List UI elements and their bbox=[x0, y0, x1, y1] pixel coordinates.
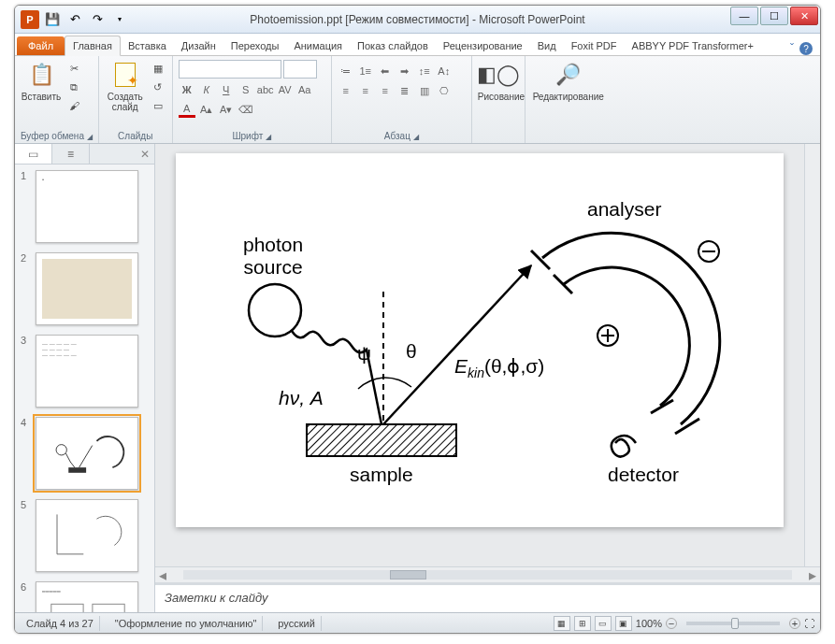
editing-button[interactable]: 🔎 Редактирование bbox=[531, 60, 606, 102]
bullets-icon[interactable]: ≔ bbox=[338, 63, 354, 79]
close-button[interactable]: ✕ bbox=[790, 7, 818, 25]
redo-icon[interactable]: ↷ bbox=[88, 10, 107, 29]
numbering-icon[interactable]: 1≡ bbox=[357, 63, 374, 79]
bold-icon[interactable]: Ж bbox=[179, 81, 195, 98]
font-color-icon[interactable]: A bbox=[179, 101, 195, 118]
editing-label: Редактирование bbox=[531, 92, 606, 102]
shrink-font-icon[interactable]: A▾ bbox=[218, 101, 235, 118]
indent-dec-icon[interactable]: ⬅ bbox=[377, 63, 394, 79]
label-ekin: Ekin(θ,ϕ,σ) bbox=[454, 355, 544, 380]
pane-tabs: ▭ ≡ ✕ bbox=[15, 144, 154, 165]
zoom-in-icon[interactable]: + bbox=[789, 618, 800, 629]
tab-animations[interactable]: Анимация bbox=[286, 36, 350, 55]
underline-icon[interactable]: Ч bbox=[218, 81, 235, 98]
justify-icon[interactable]: ≣ bbox=[396, 82, 413, 99]
slide-thumbnail[interactable] bbox=[36, 417, 138, 490]
align-center-icon[interactable]: ≡ bbox=[357, 82, 374, 99]
copy-icon[interactable]: ⧉ bbox=[65, 79, 82, 95]
minimize-ribbon-icon[interactable]: ˇ bbox=[790, 42, 794, 55]
section-icon[interactable]: ▭ bbox=[150, 97, 166, 114]
undo-icon[interactable]: ↶ bbox=[65, 10, 84, 29]
horizontal-scrollbar[interactable]: ◂ ▸ bbox=[155, 566, 820, 582]
zoom-slider[interactable] bbox=[686, 622, 780, 625]
line-spacing-icon[interactable]: ↕≡ bbox=[416, 63, 433, 79]
tab-home[interactable]: Главная bbox=[65, 36, 121, 56]
slide-canvas[interactable]: photon source analyser ψ θ hν, A Ekin(θ,… bbox=[155, 144, 804, 566]
drawing-button[interactable]: ◧◯ Рисование bbox=[478, 60, 519, 102]
zoom-out-icon[interactable]: − bbox=[666, 618, 677, 629]
text-direction-icon[interactable]: A↕ bbox=[436, 63, 453, 79]
shapes-icon: ◧◯ bbox=[483, 60, 513, 90]
clear-format-icon[interactable]: ⌫ bbox=[238, 101, 254, 118]
label-sample: sample bbox=[350, 464, 413, 486]
align-text-icon[interactable]: ⎔ bbox=[436, 82, 453, 99]
qat-dropdown-icon[interactable]: ▾ bbox=[110, 10, 129, 29]
thumb-number: 6 bbox=[21, 581, 30, 612]
ribbon: 📋 Вставить ✂ ⧉ 🖌 Буфер обмена ◢ ✦ bbox=[15, 56, 820, 144]
new-slide-button[interactable]: ✦ Создать слайд bbox=[105, 60, 146, 112]
slides-tab-icon[interactable]: ▭ bbox=[15, 144, 52, 164]
tab-view[interactable]: Вид bbox=[530, 36, 564, 55]
thumb-number: 5 bbox=[21, 499, 30, 572]
status-language[interactable]: русский bbox=[272, 616, 321, 631]
help-icon[interactable]: ? bbox=[799, 42, 813, 55]
pane-close-icon[interactable]: ✕ bbox=[136, 144, 154, 164]
slideshow-view-icon[interactable]: ▣ bbox=[615, 616, 632, 631]
sorter-view-icon[interactable]: ⊞ bbox=[574, 616, 591, 631]
slide-editor: photon source analyser ψ θ hν, A Ekin(θ,… bbox=[155, 144, 820, 612]
shadow-icon[interactable]: S bbox=[238, 81, 254, 98]
normal-view-icon[interactable]: ▦ bbox=[554, 616, 570, 631]
minimize-button[interactable]: — bbox=[730, 7, 758, 25]
outline-tab-icon[interactable]: ≡ bbox=[52, 144, 90, 164]
case-icon[interactable]: Aa bbox=[296, 81, 313, 98]
group-font-label: Шрифт ◢ bbox=[179, 129, 325, 141]
italic-icon[interactable]: К bbox=[198, 81, 215, 98]
status-slide-pos: Слайд 4 из 27 bbox=[21, 616, 100, 631]
columns-icon[interactable]: ▥ bbox=[416, 82, 433, 99]
thumb-number: 4 bbox=[21, 417, 30, 490]
tab-transitions[interactable]: Переходы bbox=[223, 36, 287, 55]
thumbnail-list[interactable]: 1• 2 3— — — — —— — — —— — — — — 4 5 6━━━… bbox=[15, 165, 154, 612]
align-right-icon[interactable]: ≡ bbox=[377, 82, 394, 99]
font-family-combo[interactable] bbox=[179, 60, 281, 79]
slide-thumbnail[interactable] bbox=[36, 252, 138, 325]
reading-view-icon[interactable]: ▭ bbox=[595, 616, 612, 631]
status-bar: Слайд 4 из 27 "Оформление по умолчанию" … bbox=[15, 612, 820, 633]
window-title: Photoemission.ppt [Режим совместимости] … bbox=[15, 13, 820, 26]
slide-thumbnail[interactable] bbox=[36, 499, 138, 572]
format-painter-icon[interactable]: 🖌 bbox=[65, 97, 82, 114]
align-left-icon[interactable]: ≡ bbox=[338, 82, 354, 99]
fit-window-icon[interactable]: ⛶ bbox=[804, 618, 814, 629]
reset-icon[interactable]: ↺ bbox=[150, 79, 166, 95]
paste-button[interactable]: 📋 Вставить bbox=[21, 60, 62, 102]
ribbon-tabrow: Файл Главная Вставка Дизайн Переходы Ани… bbox=[15, 34, 820, 56]
svg-rect-5 bbox=[51, 604, 83, 612]
tab-design[interactable]: Дизайн bbox=[174, 36, 223, 55]
scroll-thumb[interactable] bbox=[390, 570, 426, 580]
tab-slideshow[interactable]: Показ слайдов bbox=[350, 36, 436, 55]
maximize-button[interactable]: ☐ bbox=[760, 7, 788, 25]
slide-thumbnail[interactable]: • bbox=[36, 170, 138, 243]
tab-file[interactable]: Файл bbox=[17, 36, 65, 55]
app-icon: P bbox=[21, 10, 39, 29]
group-drawing-label bbox=[478, 129, 519, 141]
notes-pane[interactable]: Заметки к слайду bbox=[155, 582, 820, 612]
save-icon[interactable]: 💾 bbox=[43, 10, 62, 29]
layout-icon[interactable]: ▦ bbox=[150, 60, 166, 77]
tab-foxit[interactable]: Foxit PDF bbox=[564, 36, 625, 55]
font-size-combo[interactable] bbox=[283, 60, 317, 79]
tab-insert[interactable]: Вставка bbox=[121, 36, 174, 55]
indent-inc-icon[interactable]: ➡ bbox=[396, 63, 413, 79]
svg-rect-8 bbox=[307, 424, 456, 456]
quick-access-toolbar: P 💾 ↶ ↷ ▾ bbox=[15, 10, 129, 29]
cut-icon[interactable]: ✂ bbox=[65, 60, 82, 77]
strike-icon[interactable]: abc bbox=[257, 81, 274, 98]
grow-font-icon[interactable]: A▴ bbox=[198, 101, 215, 118]
spacing-icon[interactable]: AV bbox=[277, 81, 294, 98]
tab-review[interactable]: Рецензирование bbox=[436, 36, 530, 55]
slide-thumbnail[interactable]: ━━━━━ bbox=[36, 581, 138, 612]
tab-abbyy[interactable]: ABBYY PDF Transformer+ bbox=[625, 36, 761, 55]
slide-thumbnail[interactable]: — — — — —— — — —— — — — — bbox=[36, 335, 138, 408]
vertical-scrollbar[interactable] bbox=[804, 144, 820, 566]
zoom-level[interactable]: 100% bbox=[636, 618, 662, 629]
